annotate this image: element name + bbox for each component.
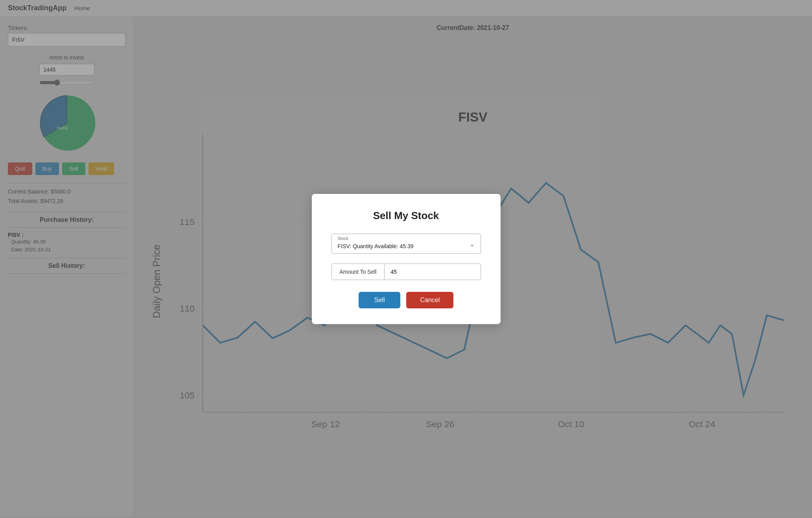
sell-modal: Sell My Stock Stock FISV: Quantity Avail…	[312, 194, 501, 324]
stock-dropdown-label: Stock	[338, 236, 349, 241]
stock-dropdown-value: FISV: Quantity Available: 45.39	[332, 236, 481, 253]
amount-row: Amount To Sell	[331, 264, 481, 280]
stock-dropdown-wrapper[interactable]: Stock FISV: Quantity Available: 45.39 ⌄	[331, 234, 481, 254]
modal-overlay: Sell My Stock Stock FISV: Quantity Avail…	[0, 0, 812, 518]
modal-buttons: Sell Cancel	[331, 292, 481, 308]
amount-to-sell-label: Amount To Sell	[332, 264, 385, 280]
chevron-down-icon: ⌄	[470, 240, 475, 247]
modal-title: Sell My Stock	[331, 210, 481, 222]
amount-to-sell-input[interactable]	[385, 264, 480, 280]
modal-sell-button[interactable]: Sell	[359, 292, 401, 308]
modal-cancel-button[interactable]: Cancel	[406, 292, 453, 308]
